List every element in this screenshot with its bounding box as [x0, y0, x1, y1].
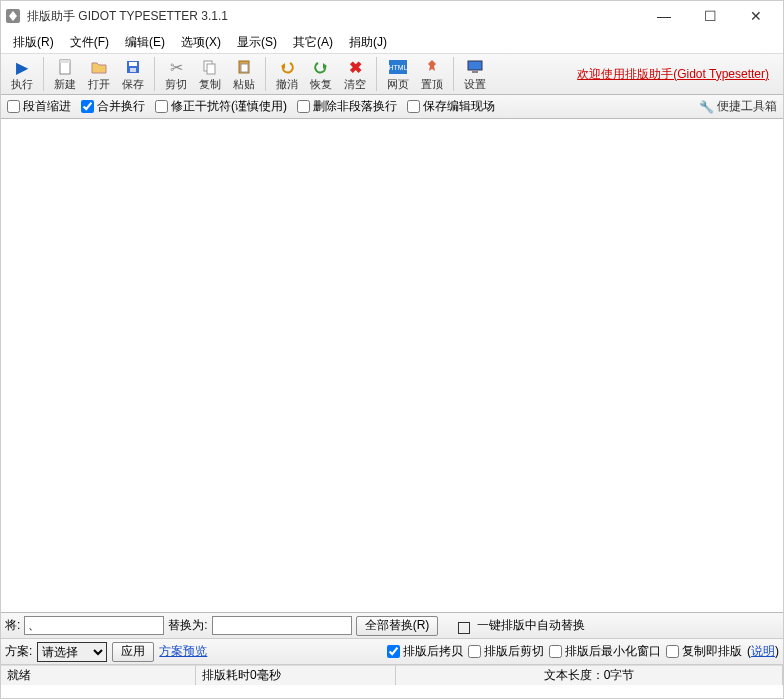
find-input[interactable]: [24, 616, 164, 635]
indent-checkbox[interactable]: 段首缩进: [7, 98, 71, 115]
help-link[interactable]: 说明: [751, 644, 775, 658]
options-bar: 段首缩进 合并换行 修正干扰符(谨慎使用) 删除非段落换行 保存编辑现场 🔧 便…: [1, 95, 783, 119]
after-cut-checkbox[interactable]: 排版后剪切: [468, 643, 544, 660]
pin-icon: [425, 57, 439, 77]
menu-bar: 排版(R) 文件(F) 编辑(E) 选项(X) 显示(S) 其它(A) 捐助(J…: [1, 31, 783, 53]
scheme-label: 方案:: [5, 643, 32, 660]
main-editor[interactable]: [1, 119, 783, 609]
undo-icon: [279, 57, 295, 77]
status-length: 文本长度：0字节: [396, 665, 783, 685]
new-file-icon: [57, 57, 73, 77]
status-bar: 就绪 排版耗时0毫秒 文本长度：0字节: [1, 665, 783, 685]
minimize-button[interactable]: —: [641, 1, 687, 31]
open-folder-icon: [91, 57, 107, 77]
play-icon: ▶: [16, 57, 28, 77]
menu-file[interactable]: 文件(F): [62, 32, 117, 53]
html-icon: HTML: [389, 57, 407, 77]
brand-link[interactable]: 欢迎使用排版助手(Gidot Typesetter): [577, 66, 779, 83]
svg-text:HTML: HTML: [389, 64, 407, 71]
app-icon: [5, 8, 21, 24]
scheme-select[interactable]: 请选择: [37, 642, 107, 662]
toolbar-separator: [265, 57, 266, 91]
pin-top-button[interactable]: 置顶: [415, 56, 449, 92]
toolbar-separator: [376, 57, 377, 91]
replace-input[interactable]: [212, 616, 352, 635]
find-label: 将:: [5, 617, 20, 634]
open-button[interactable]: 打开: [82, 56, 116, 92]
merge-line-checkbox[interactable]: 合并换行: [81, 98, 145, 115]
paste-icon: [236, 57, 252, 77]
status-time: 排版耗时0毫秒: [196, 665, 396, 685]
title-bar: 排版助手 GIDOT TYPESETTER 3.1.1 — ☐ ✕: [1, 1, 783, 31]
run-button[interactable]: ▶ 执行: [5, 56, 39, 92]
wrench-icon: 🔧: [699, 100, 714, 114]
clear-button[interactable]: ✖ 清空: [338, 56, 372, 92]
status-ready: 就绪: [1, 665, 196, 685]
monitor-icon: [467, 57, 483, 77]
apply-scheme-button[interactable]: 应用: [112, 642, 154, 662]
replace-bar: 将: 替换为: 全部替换(R) 一键排版中自动替换: [1, 613, 783, 639]
after-min-checkbox[interactable]: 排版后最小化窗口: [549, 643, 661, 660]
onekey-auto-checkbox[interactable]: 一键排版中自动替换: [458, 617, 585, 634]
scheme-bar: 方案: 请选择 应用 方案预览 排版后拷贝 排版后剪切 排版后最小化窗口 复制即…: [1, 639, 783, 665]
window-title: 排版助手 GIDOT TYPESETTER 3.1.1: [27, 8, 641, 25]
window-controls: — ☐ ✕: [641, 1, 779, 31]
save-button[interactable]: 保存: [116, 56, 150, 92]
svg-rect-6: [130, 68, 136, 72]
save-icon: [125, 57, 141, 77]
copy-button[interactable]: 复制: [193, 56, 227, 92]
new-button[interactable]: 新建: [48, 56, 82, 92]
cut-icon: ✂: [170, 57, 183, 77]
redo-icon: [313, 57, 329, 77]
menu-edit[interactable]: 编辑(E): [117, 32, 173, 53]
menu-options[interactable]: 选项(X): [173, 32, 229, 53]
replace-label: 替换为:: [168, 617, 207, 634]
menu-view[interactable]: 显示(S): [229, 32, 285, 53]
fix-noise-checkbox[interactable]: 修正干扰符(谨慎使用): [155, 98, 287, 115]
svg-rect-15: [468, 61, 482, 70]
toolbar-separator: [43, 57, 44, 91]
svg-rect-3: [60, 60, 70, 63]
copy-layout-checkbox[interactable]: 复制即排版: [666, 643, 742, 660]
close-button[interactable]: ✕: [733, 1, 779, 31]
scheme-preview-link[interactable]: 方案预览: [159, 643, 207, 660]
toolbar-separator: [154, 57, 155, 91]
paste-button[interactable]: 粘贴: [227, 56, 261, 92]
svg-rect-5: [129, 62, 137, 66]
copy-icon: [202, 57, 218, 77]
toolbar-separator: [453, 57, 454, 91]
handy-toolbox-button[interactable]: 🔧 便捷工具箱: [699, 98, 777, 115]
svg-rect-16: [472, 71, 478, 73]
save-scene-checkbox[interactable]: 保存编辑现场: [407, 98, 495, 115]
maximize-button[interactable]: ☐: [687, 1, 733, 31]
menu-donate[interactable]: 捐助(J): [341, 32, 395, 53]
del-nonpara-checkbox[interactable]: 删除非段落换行: [297, 98, 397, 115]
cut-button[interactable]: ✂ 剪切: [159, 56, 193, 92]
replace-all-button[interactable]: 全部替换(R): [356, 616, 439, 636]
after-copy-checkbox[interactable]: 排版后拷贝: [387, 643, 463, 660]
undo-button[interactable]: 撤消: [270, 56, 304, 92]
web-button[interactable]: HTML 网页: [381, 56, 415, 92]
clear-icon: ✖: [349, 57, 362, 77]
svg-rect-10: [241, 64, 248, 72]
settings-button[interactable]: 设置: [458, 56, 492, 92]
redo-button[interactable]: 恢复: [304, 56, 338, 92]
menu-layout[interactable]: 排版(R): [5, 32, 62, 53]
toolbar: ▶ 执行 新建 打开 保存 ✂ 剪切 复制 粘贴 撤消 恢复 ✖ 清空 HTML: [1, 53, 783, 95]
svg-rect-8: [207, 64, 215, 74]
menu-other[interactable]: 其它(A): [285, 32, 341, 53]
